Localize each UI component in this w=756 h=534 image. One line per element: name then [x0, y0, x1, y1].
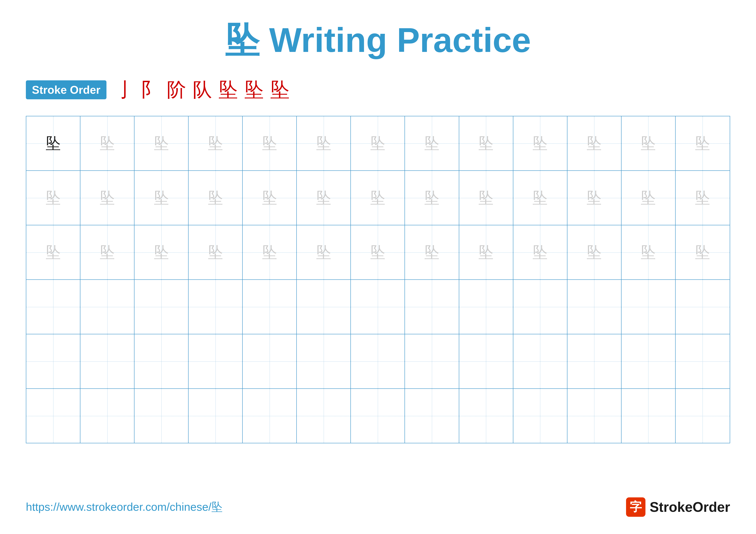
grid-cell-3-12[interactable]: 坠: [622, 225, 676, 279]
grid-cell-2-13[interactable]: 坠: [676, 171, 730, 225]
grid-cell-3-8[interactable]: 坠: [405, 225, 459, 279]
grid-cell-6-1[interactable]: [26, 389, 80, 443]
grid-cell-1-12[interactable]: 坠: [622, 116, 676, 170]
grid-cell-6-6[interactable]: [297, 389, 351, 443]
cell-char: 坠: [262, 242, 277, 263]
grid-cell-2-12[interactable]: 坠: [622, 171, 676, 225]
grid-cell-5-6[interactable]: [297, 334, 351, 388]
grid-cell-1-8[interactable]: 坠: [405, 116, 459, 170]
grid-cell-1-5[interactable]: 坠: [243, 116, 297, 170]
grid-cell-6-13[interactable]: [676, 389, 730, 443]
grid-cell-3-6[interactable]: 坠: [297, 225, 351, 279]
grid-cell-3-4[interactable]: 坠: [189, 225, 243, 279]
grid-cell-2-11[interactable]: 坠: [567, 171, 622, 225]
grid-cell-3-1[interactable]: 坠: [26, 225, 80, 279]
grid-cell-1-2[interactable]: 坠: [80, 116, 134, 170]
grid-cell-2-5[interactable]: 坠: [243, 171, 297, 225]
grid-cell-2-2[interactable]: 坠: [80, 171, 134, 225]
grid-cell-6-9[interactable]: [459, 389, 513, 443]
grid-cell-1-4[interactable]: 坠: [189, 116, 243, 170]
grid-cell-1-13[interactable]: 坠: [676, 116, 730, 170]
grid-cell-6-4[interactable]: [189, 389, 243, 443]
grid-cell-4-11[interactable]: [567, 280, 622, 334]
grid-cell-4-8[interactable]: [405, 280, 459, 334]
grid-cell-5-2[interactable]: [80, 334, 134, 388]
grid-cell-5-3[interactable]: [134, 334, 189, 388]
strokeorder-logo-icon: 字: [626, 497, 645, 517]
grid-cell-4-6[interactable]: [297, 280, 351, 334]
grid-cell-5-7[interactable]: [351, 334, 405, 388]
grid-cell-5-9[interactable]: [459, 334, 513, 388]
grid-cell-1-10[interactable]: 坠: [513, 116, 567, 170]
grid-cell-5-10[interactable]: [513, 334, 567, 388]
grid-cell-2-6[interactable]: 坠: [297, 171, 351, 225]
grid-cell-1-11[interactable]: 坠: [567, 116, 622, 170]
cell-char: 坠: [478, 133, 494, 154]
stroke-order-badge: Stroke Order: [26, 80, 106, 99]
grid-cell-2-1[interactable]: 坠: [26, 171, 80, 225]
grid-cell-2-3[interactable]: 坠: [134, 171, 189, 225]
stroke-step-5: 坠: [219, 77, 238, 103]
grid-cell-2-4[interactable]: 坠: [189, 171, 243, 225]
grid-cell-6-3[interactable]: [134, 389, 189, 443]
grid-cell-6-2[interactable]: [80, 389, 134, 443]
grid-cell-5-12[interactable]: [622, 334, 676, 388]
footer-logo-name: StrokeOrder: [650, 499, 730, 515]
cell-char: 坠: [46, 133, 61, 154]
grid-cell-5-13[interactable]: [676, 334, 730, 388]
grid-cell-1-1[interactable]: 坠: [26, 116, 80, 170]
cell-char: 坠: [424, 133, 440, 154]
grid-cell-4-5[interactable]: [243, 280, 297, 334]
cell-char: 坠: [100, 242, 115, 263]
grid-cell-4-1[interactable]: [26, 280, 80, 334]
grid-cell-3-9[interactable]: 坠: [459, 225, 513, 279]
cell-char: 坠: [208, 133, 223, 154]
grid-cell-4-4[interactable]: [189, 280, 243, 334]
grid-cell-4-2[interactable]: [80, 280, 134, 334]
practice-grid: 坠 坠 坠 坠 坠 坠 坠 坠 坠 坠 坠 坠 坠 坠 坠 坠 坠 坠 坠 坠 …: [26, 116, 730, 443]
grid-cell-6-8[interactable]: [405, 389, 459, 443]
grid-cell-6-11[interactable]: [567, 389, 622, 443]
cell-char: 坠: [641, 188, 656, 208]
grid-cell-3-13[interactable]: 坠: [676, 225, 730, 279]
grid-cell-1-6[interactable]: 坠: [297, 116, 351, 170]
grid-cell-5-1[interactable]: [26, 334, 80, 388]
grid-cell-1-3[interactable]: 坠: [134, 116, 189, 170]
grid-cell-4-12[interactable]: [622, 280, 676, 334]
grid-cell-3-2[interactable]: 坠: [80, 225, 134, 279]
stroke-order-row: Stroke Order 亅 阝 阶 队 坠 坠 坠: [26, 77, 730, 103]
grid-cell-1-7[interactable]: 坠: [351, 116, 405, 170]
cell-char: 坠: [695, 242, 710, 263]
grid-cell-3-5[interactable]: 坠: [243, 225, 297, 279]
grid-cell-4-3[interactable]: [134, 280, 189, 334]
cell-char: 坠: [100, 133, 115, 154]
cell-char: 坠: [695, 188, 710, 208]
grid-cell-3-7[interactable]: 坠: [351, 225, 405, 279]
grid-cell-3-3[interactable]: 坠: [134, 225, 189, 279]
grid-cell-6-7[interactable]: [351, 389, 405, 443]
cell-char: 坠: [208, 242, 223, 263]
grid-cell-4-9[interactable]: [459, 280, 513, 334]
grid-cell-5-8[interactable]: [405, 334, 459, 388]
grid-cell-4-7[interactable]: [351, 280, 405, 334]
grid-cell-4-10[interactable]: [513, 280, 567, 334]
footer-url[interactable]: https://www.strokeorder.com/chinese/坠: [26, 499, 223, 515]
grid-cell-5-4[interactable]: [189, 334, 243, 388]
grid-cell-2-10[interactable]: 坠: [513, 171, 567, 225]
grid-cell-4-13[interactable]: [676, 280, 730, 334]
cell-char: 坠: [316, 133, 331, 154]
grid-row-2: 坠 坠 坠 坠 坠 坠 坠 坠 坠 坠 坠 坠 坠: [26, 171, 730, 225]
grid-cell-2-9[interactable]: 坠: [459, 171, 513, 225]
grid-cell-5-11[interactable]: [567, 334, 622, 388]
grid-cell-1-9[interactable]: 坠: [459, 116, 513, 170]
cell-char: 坠: [100, 188, 115, 208]
stroke-step-7: 坠: [270, 77, 290, 103]
grid-cell-6-5[interactable]: [243, 389, 297, 443]
grid-cell-3-11[interactable]: 坠: [567, 225, 622, 279]
grid-cell-6-12[interactable]: [622, 389, 676, 443]
grid-cell-2-7[interactable]: 坠: [351, 171, 405, 225]
grid-cell-2-8[interactable]: 坠: [405, 171, 459, 225]
grid-cell-3-10[interactable]: 坠: [513, 225, 567, 279]
grid-cell-6-10[interactable]: [513, 389, 567, 443]
grid-cell-5-5[interactable]: [243, 334, 297, 388]
